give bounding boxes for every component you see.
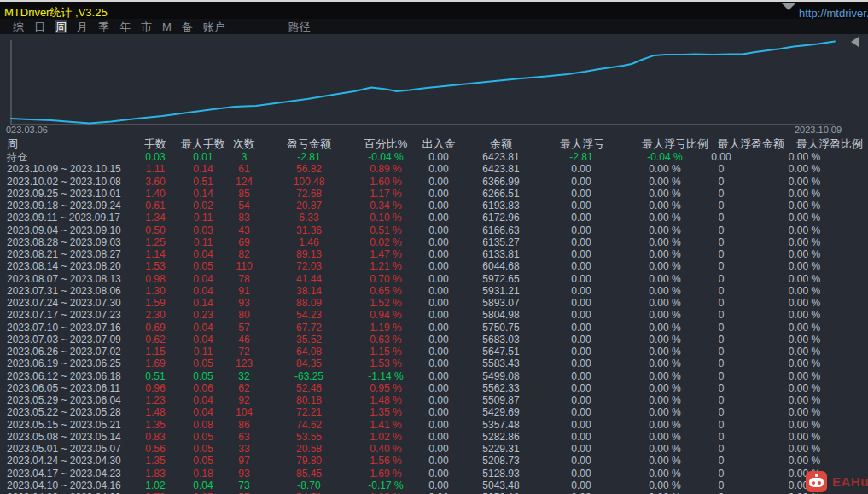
table-cell: 5683.03 [468, 334, 534, 346]
table-row-15[interactable]: 2023.06.26 ~ 2023.07.021.150.117264.081.… [0, 346, 868, 357]
table-cell: 63 [232, 431, 256, 443]
table-cell: 31.36 [256, 224, 362, 236]
table-cell: 0 [702, 163, 741, 175]
column-header-7: 余额 [490, 137, 512, 152]
table-cell: 0 [702, 212, 741, 224]
table-row-position[interactable]: 持仓0.030.013-2.81-0.04 %0.006423.81-2.81-… [0, 151, 868, 163]
table-cell: 5972.65 [468, 273, 534, 285]
table-row-11[interactable]: 2023.07.24 ~ 2023.07.301.590.149388.091.… [0, 297, 868, 309]
period-cell: 2023.07.03 ~ 2023.07.09 [0, 334, 137, 346]
balance-curve [0, 34, 868, 135]
column-header-11: 最大浮盈比例 [796, 137, 863, 152]
table-cell: 0.65 % [362, 285, 410, 297]
table-cell: 0.00 % [628, 273, 702, 285]
column-header-4: 盈亏金额 [287, 137, 331, 152]
table-cell: -2.81 [256, 151, 362, 163]
table-cell: 0.00 % [628, 357, 702, 369]
menu-item-2[interactable]: 周 [55, 20, 67, 33]
table-cell: 0.00 [410, 309, 468, 321]
menu-item-5[interactable]: 年 [119, 20, 131, 33]
table-cell: 0 [702, 273, 741, 285]
table-cell: 5750.75 [468, 322, 534, 334]
table-cell: 2.30 [137, 309, 174, 321]
menu-item-4[interactable]: 季 [97, 20, 110, 33]
table-cell: -1.14 % [362, 370, 410, 382]
table-row-5[interactable]: 2023.09.04 ~ 2023.09.100.500.034331.360.… [0, 224, 868, 236]
table-row-22[interactable]: 2023.05.08 ~ 2023.05.140.830.056353.551.… [0, 431, 868, 443]
table-cell: 0.00 % [741, 309, 868, 321]
table-row-8[interactable]: 2023.08.14 ~ 2023.08.201.530.0511072.031… [0, 260, 868, 272]
period-cell: 2023.10.09 ~ 2023.10.15 [0, 163, 137, 175]
table-row-20[interactable]: 2023.05.22 ~ 2023.05.281.480.0410472.211… [0, 406, 868, 418]
table-row-12[interactable]: 2023.07.17 ~ 2023.07.232.300.238054.230.… [0, 309, 868, 321]
menu-item-path[interactable]: 路径 [288, 20, 312, 33]
table-row-23[interactable]: 2023.05.01 ~ 2023.05.070.560.053320.580.… [0, 443, 868, 455]
table-cell: 0 [702, 297, 741, 309]
table-cell: 0.00 [534, 176, 628, 188]
menu-item-3[interactable]: 月 [76, 20, 89, 33]
table-cell: 6166.63 [468, 224, 534, 236]
table-row-17[interactable]: 2023.06.12 ~ 2023.06.180.510.0532-63.25-… [0, 370, 868, 382]
table-cell: 0.14 [174, 163, 232, 175]
table-row-24[interactable]: 2023.04.24 ~ 2023.04.301.350.059779.801.… [0, 455, 868, 467]
table-cell: 0 [702, 394, 741, 406]
table-row-2[interactable]: 2023.09.25 ~ 2023.10.011.400.148572.681.… [0, 188, 868, 200]
table-cell: 0.05 [174, 260, 232, 272]
table-row-13[interactable]: 2023.07.10 ~ 2023.07.160.690.045767.721.… [0, 322, 868, 334]
table-cell: 0.00 [534, 431, 628, 443]
table-cell: 0.00 [410, 297, 468, 309]
table-cell: 6366.99 [468, 176, 534, 188]
table-cell: 0.00 [410, 163, 468, 175]
table-row-7[interactable]: 2023.08.21 ~ 2023.08.271.140.048289.131.… [0, 248, 868, 260]
table-cell: 32 [232, 370, 256, 382]
table-cell: 0.00 % [741, 455, 868, 467]
table-cell: 20.58 [256, 443, 362, 455]
table-cell: 1.11 [137, 163, 174, 175]
table-row-19[interactable]: 2023.05.29 ~ 2023.06.041.230.049280.181.… [0, 394, 868, 406]
period-cell: 2023.06.12 ~ 2023.06.18 [0, 370, 137, 382]
table-cell: 1.30 [137, 285, 174, 297]
table-cell: 0.00 [410, 285, 468, 297]
table-row-16[interactable]: 2023.06.19 ~ 2023.06.251.690.0512384.351… [0, 357, 868, 369]
table-cell: 0.00 [534, 406, 628, 418]
table-cell: 0.00 % [628, 285, 702, 297]
table-row-6[interactable]: 2023.08.28 ~ 2023.09.031.250.11691.460.0… [0, 236, 868, 248]
chart-start-date-label: 023.03.06 [6, 125, 48, 135]
table-cell: 1.35 % [362, 406, 410, 418]
table-cell: 5647.51 [468, 346, 534, 357]
table-cell: 0.00 [410, 419, 468, 431]
period-cell: 2023.10.02 ~ 2023.10.08 [0, 176, 137, 188]
table-cell: 80.18 [256, 394, 362, 406]
table-row-9[interactable]: 2023.08.07 ~ 2023.08.130.980.047841.440.… [0, 273, 868, 285]
table-cell: 0.00 % [628, 297, 702, 309]
table-cell: 0.00 % [628, 200, 702, 212]
table-cell: 0.00 [410, 382, 468, 394]
table-cell: 100.48 [256, 176, 362, 188]
menu-item-7[interactable]: M [161, 20, 172, 33]
table-cell: 0.00 [410, 455, 468, 467]
column-header-1: 手数 [144, 137, 166, 152]
table-cell: 0 [702, 285, 741, 297]
table-cell: 73 [232, 479, 256, 491]
table-row-4[interactable]: 2023.09.11 ~ 2023.09.171.340.11836.330.1… [0, 212, 868, 224]
table-row-0[interactable]: 2023.10.09 ~ 2023.10.151.110.146156.820.… [0, 163, 868, 175]
table-cell: -0.04 % [362, 151, 410, 163]
menu-item-8[interactable]: 备 [181, 20, 194, 33]
table-row-1[interactable]: 2023.10.02 ~ 2023.10.083.600.51124100.48… [0, 176, 868, 188]
table-row-14[interactable]: 2023.07.03 ~ 2023.07.090.620.044635.520.… [0, 334, 868, 346]
table-row-3[interactable]: 2023.09.18 ~ 2023.09.240.610.025420.870.… [0, 200, 868, 212]
table-cell: 0.01 [174, 151, 232, 163]
table-row-25[interactable]: 2023.04.17 ~ 2023.04.231.830.189385.451.… [0, 468, 868, 479]
menu-item-6[interactable]: 市 [140, 20, 153, 33]
period-cell: 2023.09.25 ~ 2023.10.01 [0, 188, 137, 200]
menu-item-0[interactable]: 综 [12, 20, 25, 33]
menu-item-9[interactable]: 账户 [202, 20, 226, 33]
table-cell: 0.00 [410, 334, 468, 346]
table-row-18[interactable]: 2023.06.05 ~ 2023.06.110.960.066252.460.… [0, 382, 868, 394]
menu-item-1[interactable]: 日 [33, 20, 46, 33]
titlebar-url-link[interactable]: http://mtdriver.c [799, 7, 868, 20]
table-row-10[interactable]: 2023.07.31 ~ 2023.08.061.300.049138.140.… [0, 285, 868, 297]
table-row-21[interactable]: 2023.05.15 ~ 2023.05.211.350.088674.621.… [0, 419, 868, 431]
table-cell: 0 [702, 406, 741, 418]
table-row-26[interactable]: 2023.04.10 ~ 2023.04.161.020.0473-8.70-0… [0, 479, 868, 491]
